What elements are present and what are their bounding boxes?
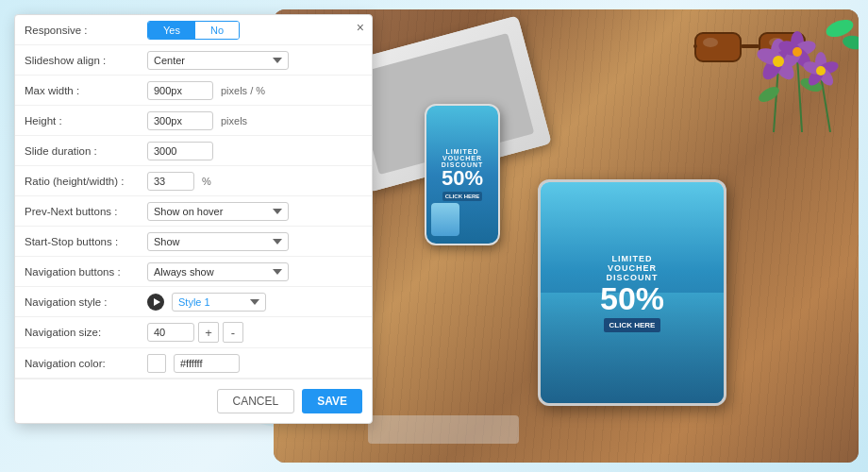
tablet-device: LIMITED VOUCHER DISCOUNT 50% CLICK HERE [538,179,726,406]
phone-limited-text: LIMITED [446,148,479,155]
svg-point-30 [816,66,826,76]
nav-color-label: Navigation color: [25,358,147,369]
ratio-unit: % [202,176,211,187]
nav-size-decrement-button[interactable]: - [223,322,243,343]
svg-point-6 [703,38,718,47]
nav-buttons-select[interactable]: Always show Show on hover Hide [147,262,289,281]
prev-next-label: Prev-Next buttons : [25,206,147,217]
max-width-input[interactable] [147,81,213,100]
tablet-voucher-text: VOUCHER [608,263,657,273]
svg-line-9 [797,57,802,132]
close-button[interactable]: × [357,21,364,34]
max-width-unit: pixels / % [221,85,265,96]
nav-size-increment-button[interactable]: + [198,322,219,343]
ratio-label: Ratio (height/width) : [25,176,147,187]
phone-device: LIMITED VOUCHER DISCOUNT 50% CLICK HERE [425,104,500,245]
nav-style-label: Navigation style : [25,296,147,308]
height-label: Height : [25,115,147,126]
tablet-limited-text: LIMITED [612,254,653,263]
settings-dialog: × Responsive : Yes No Slideshow align : … [14,14,373,424]
responsive-yes-btn[interactable]: Yes [148,22,195,39]
nav-color-swatch[interactable] [147,354,166,373]
keyboard-area [368,415,519,444]
phone-cta: CLICK HERE [442,192,483,201]
responsive-no-btn[interactable]: No [195,22,239,39]
svg-rect-4 [693,44,697,48]
svg-point-32 [842,34,859,51]
start-stop-label: Start-Stop buttons : [25,236,147,247]
svg-point-24 [793,47,802,57]
phone-voucher-text: VOUCHER [442,155,482,161]
nav-buttons-label: Navigation buttons : [25,266,147,278]
ratio-input[interactable] [147,172,194,191]
slideshow-align-select[interactable]: Center Left Right [147,51,289,70]
start-stop-select[interactable]: Show Hide [147,232,289,251]
dialog-footer: CANCEL SAVE [15,379,372,423]
nav-style-select[interactable]: Style 1 Style 2 Style 3 [172,293,266,312]
flowers-decoration [717,9,859,132]
nav-size-label: Navigation size: [25,327,147,338]
phone-percent-text: 50% [442,168,483,189]
height-unit: pixels [221,115,247,126]
cancel-button[interactable]: CANCEL [217,389,295,413]
slide-duration-input[interactable] [147,142,213,160]
save-button[interactable]: SAVE [302,389,362,413]
slideshow-align-label: Slideshow align : [25,55,147,66]
svg-point-18 [773,56,784,67]
tablet-percent-text: 50% [600,282,664,314]
prev-next-select[interactable]: Show on hover Always show Hide [147,202,289,221]
tablet-cta: CLICK HERE [604,318,661,332]
slide-duration-label: Slide duration : [25,145,147,157]
responsive-toggle[interactable]: Yes No [147,21,240,40]
responsive-label: Responsive : [25,25,147,36]
max-width-label: Max width : [25,85,147,96]
height-input[interactable] [147,111,213,130]
nav-style-play-icon [147,294,164,311]
nav-color-input[interactable] [174,354,240,373]
nav-size-input[interactable] [147,323,194,342]
